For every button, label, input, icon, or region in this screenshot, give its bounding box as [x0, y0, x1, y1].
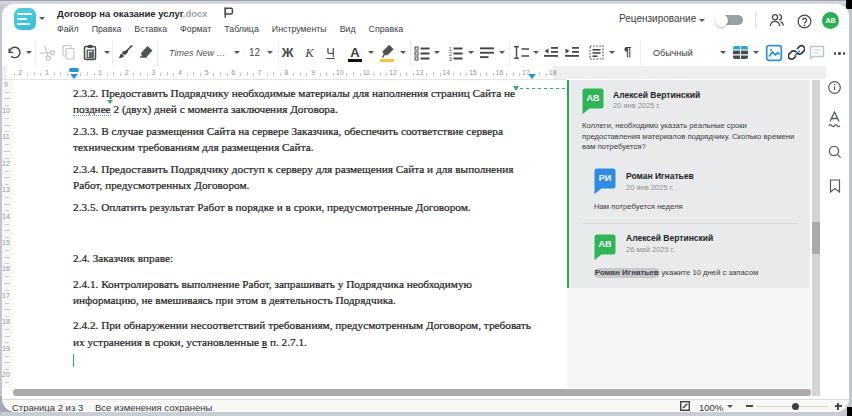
svg-text:РИ: РИ — [599, 173, 611, 183]
svg-text:АВ: АВ — [587, 93, 600, 103]
svg-text:АВ: АВ — [599, 239, 612, 249]
svg-text:3: 3 — [449, 56, 452, 62]
